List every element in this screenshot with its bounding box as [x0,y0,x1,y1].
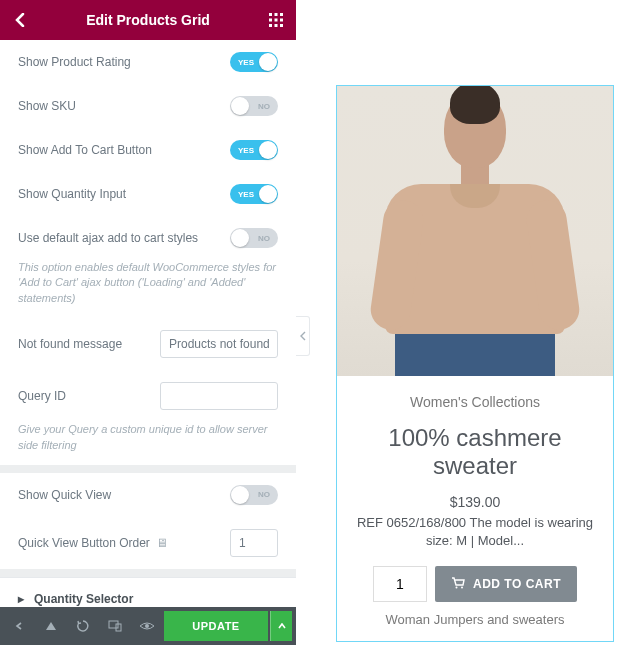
product-image[interactable] [337,86,613,376]
query-id-label: Query ID [18,389,66,403]
show-add-cart-toggle[interactable]: YES [230,140,278,160]
caret-right-icon: ▸ [18,592,24,606]
ajax-styles-help: This option enables default WooCommerce … [0,260,296,318]
show-sku-toggle[interactable]: NO [230,96,278,116]
update-button[interactable]: UPDATE [164,611,268,641]
product-card[interactable]: Women's Collections 100% cashmere sweate… [336,85,614,642]
not-found-label: Not found message [18,337,122,351]
ajax-styles-toggle[interactable]: NO [230,228,278,248]
svg-rect-3 [269,19,272,22]
quick-view-label: Show Quick View [18,488,111,502]
svg-rect-4 [275,19,278,22]
svg-rect-5 [280,19,283,22]
product-title[interactable]: 100% cashmere sweater [347,424,603,480]
show-rating-label: Show Product Rating [18,55,131,69]
svg-rect-1 [275,13,278,16]
update-options-button[interactable] [270,611,292,641]
preview-area: Women's Collections 100% cashmere sweate… [296,0,624,645]
svg-rect-7 [275,24,278,27]
cart-icon [451,577,465,592]
query-id-input[interactable] [160,382,278,410]
svg-rect-6 [269,24,272,27]
add-to-cart-button[interactable]: ADD TO CART [435,566,577,602]
svg-point-12 [456,586,458,588]
svg-point-13 [461,586,463,588]
quick-view-order-label: Quick View Button Order🖥 [18,536,168,550]
preview-button[interactable] [132,611,162,641]
panel-settings-button[interactable] [4,611,34,641]
quick-view-toggle[interactable]: NO [230,485,278,505]
back-button[interactable] [10,10,30,30]
panel-title: Edit Products Grid [30,12,266,28]
product-description: REF 0652/168/800 The model is wearing si… [337,514,613,550]
product-tags[interactable]: Woman Jumpers and sweaters [337,612,613,627]
query-id-help: Give your Query a custom unique id to al… [0,422,296,465]
responsive-button[interactable] [100,611,130,641]
not-found-input[interactable] [160,330,278,358]
svg-rect-2 [280,13,283,16]
navigator-button[interactable] [36,611,66,641]
quick-view-order-input[interactable] [230,529,278,557]
show-qty-toggle[interactable]: YES [230,184,278,204]
product-price: $139.00 [337,494,613,510]
responsive-icon[interactable]: 🖥 [156,536,168,550]
widgets-grid-button[interactable] [266,10,286,30]
product-category[interactable]: Women's Collections [337,394,613,410]
show-add-cart-label: Show Add To Cart Button [18,143,152,157]
ajax-styles-label: Use default ajax add to cart styles [18,231,198,245]
collapse-panel-button[interactable] [296,316,310,356]
svg-rect-0 [269,13,272,16]
history-button[interactable] [68,611,98,641]
show-rating-toggle[interactable]: YES [230,52,278,72]
svg-point-11 [145,624,149,628]
quantity-selector-section[interactable]: ▸ Quantity Selector [0,578,296,607]
show-sku-label: Show SKU [18,99,76,113]
quantity-input[interactable] [373,566,427,602]
show-qty-label: Show Quantity Input [18,187,126,201]
svg-rect-8 [280,24,283,27]
